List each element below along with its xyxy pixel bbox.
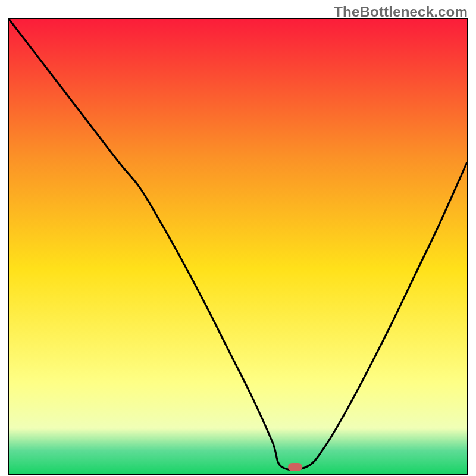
gradient-background bbox=[9, 19, 467, 474]
chart-container: TheBottleneck.com bbox=[0, 0, 476, 476]
watermark-text: TheBottleneck.com bbox=[334, 4, 468, 20]
